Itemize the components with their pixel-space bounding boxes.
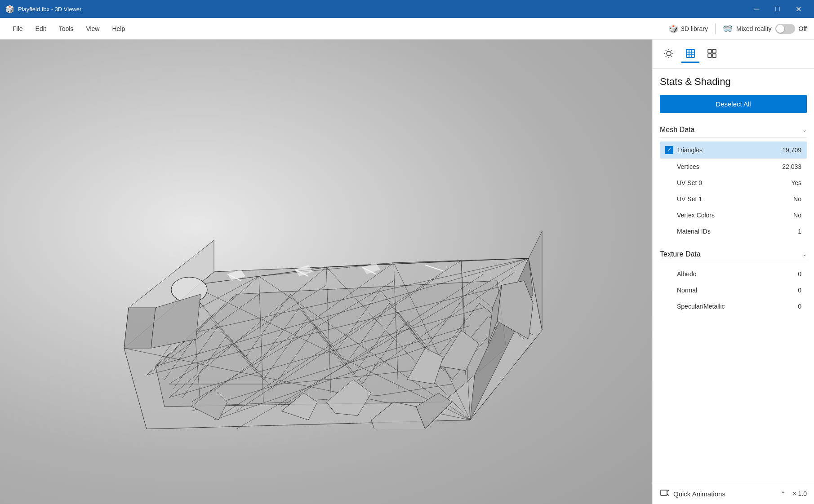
row-albedo[interactable]: Albedo 0 <box>660 266 807 282</box>
material-ids-value: 1 <box>798 228 801 235</box>
svg-rect-85 <box>708 54 712 57</box>
triangles-label: Triangles <box>677 146 703 154</box>
texture-data-section: Texture Data ⌄ Albedo 0 Normal 0 <box>660 247 807 314</box>
mixed-reality-icon: 🥽 <box>723 24 733 34</box>
quick-animations-up-chevron[interactable]: ⌃ <box>781 491 785 497</box>
mixed-reality-state: Off <box>799 25 807 32</box>
row-vertices[interactable]: Vertices 22,033 <box>660 159 807 175</box>
normal-value: 0 <box>798 287 801 294</box>
texture-data-title: Texture Data <box>660 250 701 258</box>
main-content: Stats & Shading Deselect All Mesh Data ⌄… <box>0 40 814 504</box>
row-vertex-colors[interactable]: Vertex Colors No <box>660 207 807 223</box>
svg-rect-78 <box>686 49 694 57</box>
svg-line-76 <box>666 56 666 56</box>
svg-marker-57 <box>124 308 156 348</box>
window-title: Playfield.fbx - 3D Viewer <box>18 6 81 13</box>
texture-data-chevron: ⌄ <box>802 251 807 257</box>
row-uv-set-0[interactable]: UV Set 0 Yes <box>660 175 807 191</box>
svg-point-69 <box>667 51 671 56</box>
uv-set-1-label: UV Set 1 <box>677 195 702 203</box>
uv-set-0-value: Yes <box>791 179 801 186</box>
menu-file[interactable]: File <box>7 22 28 35</box>
vertices-value: 22,033 <box>782 163 801 170</box>
row-triangles[interactable]: ✓ Triangles 19,709 <box>660 141 807 159</box>
menu-left: File Edit Tools View Help <box>7 22 130 35</box>
app-icon: 🎲 <box>5 5 14 13</box>
menu-right: 🎲 3D library 🥽 Mixed reality Off <box>668 23 807 34</box>
deselect-all-button[interactable]: Deselect All <box>660 95 807 113</box>
3d-library-label: 3D library <box>681 25 708 32</box>
title-bar: 🎲 Playfield.fbx - 3D Viewer ─ □ ✕ <box>0 0 814 18</box>
vertices-label: Vertices <box>677 163 699 170</box>
mesh-data-header[interactable]: Mesh Data ⌄ <box>660 122 807 138</box>
mixed-reality-area: 🥽 Mixed reality Off <box>723 24 807 34</box>
menu-view[interactable]: View <box>80 22 105 35</box>
specular-metallic-value: 0 <box>798 303 801 310</box>
vertex-colors-value: No <box>793 212 801 219</box>
quick-animations-icon <box>660 488 670 500</box>
viewport[interactable] <box>0 40 652 504</box>
texture-data-header[interactable]: Texture Data ⌄ <box>660 247 807 262</box>
separator <box>715 23 716 34</box>
mixed-reality-toggle[interactable] <box>775 24 795 34</box>
svg-line-75 <box>672 56 672 56</box>
svg-rect-83 <box>708 49 712 53</box>
vertex-colors-label: Vertex Colors <box>677 212 715 219</box>
svg-rect-87 <box>661 490 667 495</box>
row-specular-metallic[interactable]: Specular/Metallic 0 <box>660 298 807 314</box>
title-bar-controls: ─ □ ✕ <box>747 0 809 18</box>
panel-content: Stats & Shading Deselect All Mesh Data ⌄… <box>653 69 814 483</box>
svg-line-74 <box>666 50 666 50</box>
svg-rect-86 <box>712 54 716 57</box>
tab-grid[interactable] <box>703 45 721 63</box>
quick-animations-speed: × 1.0 <box>792 490 807 497</box>
quick-animations-bar: Quick Animations ⌃ × 1.0 <box>653 483 814 504</box>
3d-library-icon: 🎲 <box>668 24 678 34</box>
mesh-data-section: Mesh Data ⌄ ✓ Triangles 19,709 Vertices <box>660 122 807 239</box>
mesh-data-chevron: ⌄ <box>802 127 807 133</box>
albedo-label: Albedo <box>677 270 697 278</box>
menu-help[interactable]: Help <box>107 22 130 35</box>
menu-edit[interactable]: Edit <box>30 22 52 35</box>
row-material-ids[interactable]: Material IDs 1 <box>660 223 807 239</box>
mixed-reality-label: Mixed reality <box>736 25 772 32</box>
normal-label: Normal <box>677 287 697 294</box>
menu-bar: File Edit Tools View Help 🎲 3D library 🥽… <box>0 18 814 40</box>
specular-metallic-label: Specular/Metallic <box>677 303 725 310</box>
triangles-value: 19,709 <box>782 146 801 154</box>
uv-set-0-label: UV Set 0 <box>677 179 702 186</box>
close-button[interactable]: ✕ <box>788 0 809 18</box>
3d-library-button[interactable]: 🎲 3D library <box>668 24 708 34</box>
row-normal[interactable]: Normal 0 <box>660 282 807 298</box>
triangles-checkbox[interactable]: ✓ <box>665 146 673 154</box>
right-panel: Stats & Shading Deselect All Mesh Data ⌄… <box>652 40 814 504</box>
uv-set-1-value: No <box>793 195 801 203</box>
3d-mesh-svg <box>102 115 551 429</box>
minimize-button[interactable]: ─ <box>747 0 767 18</box>
tab-lighting[interactable] <box>660 45 678 63</box>
toggle-knob <box>776 25 784 33</box>
tab-stats[interactable] <box>681 45 699 63</box>
panel-title: Stats & Shading <box>660 76 807 88</box>
material-ids-label: Material IDs <box>677 228 711 235</box>
svg-line-77 <box>672 50 672 50</box>
panel-toolbar <box>653 40 814 69</box>
menu-tools[interactable]: Tools <box>53 22 79 35</box>
row-uv-set-1[interactable]: UV Set 1 No <box>660 191 807 207</box>
svg-rect-84 <box>712 49 716 53</box>
title-bar-left: 🎲 Playfield.fbx - 3D Viewer <box>5 5 81 13</box>
maximize-button[interactable]: □ <box>767 0 788 18</box>
quick-animations-label: Quick Animations <box>673 490 777 498</box>
mesh-data-title: Mesh Data <box>660 126 694 134</box>
albedo-value: 0 <box>798 270 801 278</box>
